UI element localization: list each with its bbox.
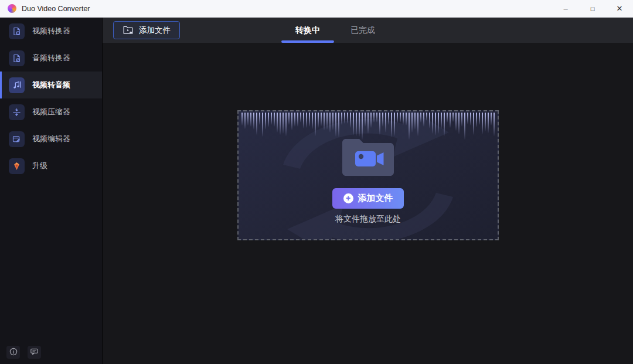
sidebar-item-5[interactable]: 升级 xyxy=(0,152,102,179)
add-files-label: 添加文件 xyxy=(139,25,171,36)
video-compressor-icon xyxy=(9,104,25,120)
video-converter-icon xyxy=(9,23,25,39)
app-body: 视频转换器音频转换器视频转音频视频压缩器视频编辑器升级 xyxy=(0,18,633,364)
minimize-button[interactable]: – xyxy=(552,0,579,17)
main-panel: 添加文件 转换中已完成 xyxy=(102,18,633,364)
tab-bar: 转换中已完成 xyxy=(280,18,390,43)
maximize-button[interactable]: □ xyxy=(579,0,606,17)
dropzone-hint: 将文件拖放至此处 xyxy=(239,214,498,224)
dropzone-add-files-button[interactable]: + 添加文件 xyxy=(332,188,404,209)
tab-completed[interactable]: 已完成 xyxy=(335,18,390,43)
convert-arrows-graphic xyxy=(251,110,485,240)
folder-add-icon xyxy=(122,25,134,36)
folder-video-icon xyxy=(337,134,399,182)
main-header: 添加文件 转换中已完成 xyxy=(103,18,633,43)
tab-label: 转换中 xyxy=(295,25,320,36)
video-editor-icon xyxy=(9,131,25,147)
sidebar-item-label: 视频转音频 xyxy=(32,80,70,90)
feedback-icon xyxy=(29,347,39,358)
add-files-button[interactable]: 添加文件 xyxy=(113,21,180,39)
sidebar-footer xyxy=(6,346,41,359)
waveform xyxy=(241,113,495,143)
sidebar-item-label: 视频编辑器 xyxy=(32,134,70,144)
info-button[interactable] xyxy=(6,346,20,359)
dropzone[interactable]: + 添加文件 将文件拖放至此处 xyxy=(237,110,499,240)
dropzone-add-files-label: 添加文件 xyxy=(358,193,393,204)
sidebar-item-label: 音频转换器 xyxy=(32,53,70,63)
window-controls: – □ ✕ xyxy=(552,0,633,17)
plus-circle-icon: + xyxy=(343,193,353,203)
close-button[interactable]: ✕ xyxy=(606,0,633,17)
sidebar-item-3[interactable]: 视频压缩器 xyxy=(0,98,102,125)
sidebar-nav: 视频转换器音频转换器视频转音频视频压缩器视频编辑器升级 xyxy=(0,18,102,179)
sidebar-item-0[interactable]: 视频转换器 xyxy=(0,18,102,45)
tab-label: 已完成 xyxy=(350,25,375,36)
sidebar-item-label: 视频转换器 xyxy=(32,26,70,36)
app-window: Duo Video Converter – □ ✕ 视频转换器音频转换器视频转音… xyxy=(0,0,633,364)
info-icon xyxy=(9,347,18,358)
tab-converting[interactable]: 转换中 xyxy=(280,18,335,43)
active-item-accent-bar xyxy=(0,72,2,98)
sidebar-item-1[interactable]: 音频转换器 xyxy=(0,45,102,72)
audio-converter-icon xyxy=(9,50,25,66)
content-area: + 添加文件 将文件拖放至此处 xyxy=(103,43,633,364)
window-title: Duo Video Converter xyxy=(22,5,90,13)
window-titlebar: Duo Video Converter – □ ✕ xyxy=(0,0,633,18)
sidebar-item-2[interactable]: 视频转音频 xyxy=(0,72,102,98)
sidebar-item-4[interactable]: 视频编辑器 xyxy=(0,125,102,152)
sidebar: 视频转换器音频转换器视频转音频视频压缩器视频编辑器升级 xyxy=(0,18,102,364)
sidebar-item-label: 视频压缩器 xyxy=(32,107,70,117)
video-to-audio-icon xyxy=(9,77,25,93)
feedback-button[interactable] xyxy=(28,346,41,359)
upgrade-icon xyxy=(9,158,25,174)
sidebar-item-label: 升级 xyxy=(32,161,47,171)
app-logo-icon xyxy=(8,4,16,13)
